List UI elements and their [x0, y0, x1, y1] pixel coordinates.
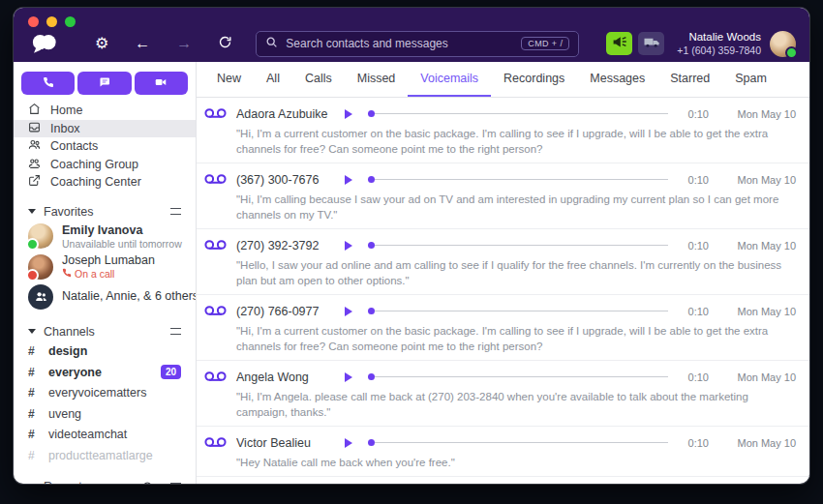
section-menu-icon[interactable]	[170, 483, 181, 484]
playback-progress-bar[interactable]	[368, 439, 668, 446]
collapse-triangle-icon[interactable]	[28, 329, 36, 334]
recent-section-header[interactable]: Recent	[14, 477, 196, 484]
section-title: Favorites	[44, 205, 163, 219]
user-avatar[interactable]	[770, 31, 796, 57]
playhead-dot[interactable]	[368, 439, 375, 446]
voicemail-row[interactable]: (367) 300-7676 0:10 Mon May 10 "Hi, I'm …	[197, 163, 809, 229]
recent-search-icon[interactable]	[142, 481, 154, 484]
play-button[interactable]	[345, 109, 352, 119]
favorites-section-header[interactable]: Favorites	[14, 202, 196, 222]
favorite-contact-row[interactable]: Emily Ivanova Unavailable until tomorrow	[14, 222, 196, 252]
inbox-icon	[28, 121, 41, 136]
back-icon[interactable]: ←	[135, 36, 150, 51]
favorite-contact-row[interactable]: Joseph Lumaban On a call	[14, 252, 196, 282]
playback-progress-bar[interactable]	[368, 308, 668, 314]
user-name: Natalie Woods	[677, 30, 761, 44]
progress-track	[375, 442, 668, 444]
playhead-dot[interactable]	[368, 176, 375, 183]
new-message-button[interactable]	[77, 72, 131, 95]
voicemail-duration: 0:10	[682, 437, 709, 449]
announcements-button[interactable]	[606, 32, 632, 55]
play-button[interactable]	[345, 307, 352, 316]
voicemail-row[interactable]: (270) 100-3820 0:10 Mon May 10 "Hi I wan…	[197, 477, 809, 484]
maximize-window-button[interactable]	[65, 16, 76, 27]
playhead-dot[interactable]	[368, 242, 375, 249]
nav-item-label: Inbox	[50, 122, 80, 135]
progress-track	[375, 179, 668, 181]
playback-progress-bar[interactable]	[368, 373, 668, 380]
play-button[interactable]	[345, 438, 352, 448]
forward-icon[interactable]: →	[176, 36, 192, 51]
user-status-dot	[785, 46, 798, 59]
play-button[interactable]	[345, 241, 352, 251]
playhead-dot[interactable]	[368, 308, 375, 314]
oncall-phone-icon	[62, 268, 72, 281]
inbox-tab[interactable]: All	[254, 62, 292, 97]
sidebar-nav-item[interactable]: Inbox	[14, 120, 196, 138]
hash-icon: #	[28, 386, 38, 400]
channel-row[interactable]: # design	[14, 341, 196, 363]
inbox-tab[interactable]: Missed	[345, 62, 409, 97]
inbox-tab[interactable]: Messages	[577, 62, 657, 97]
channel-name: everyone	[48, 366, 102, 379]
tab-label: New	[217, 72, 241, 85]
collapse-triangle-icon[interactable]	[28, 209, 36, 214]
contacts-icon	[28, 138, 41, 154]
playback-progress-bar[interactable]	[368, 242, 668, 249]
voicemail-row[interactable]: Angela Wong 0:10 Mon May 10 "Hi, I'm Ang…	[197, 361, 809, 427]
user-phone: +1 (604) 359-7840	[677, 44, 761, 58]
voicemail-transcript: "Hi, I'm Angela. please call me back at …	[236, 389, 796, 420]
inbox-tabs: New All Calls Missed Voicemails Recordin…	[197, 62, 809, 98]
settings-gear-icon[interactable]: ⚙	[95, 36, 108, 51]
search-shortcut-badge: CMD + /	[521, 37, 569, 50]
hash-icon: #	[28, 366, 38, 379]
channel-row[interactable]: # productteamatlarge	[14, 445, 196, 466]
app-window: ⚙ ← → Search contacts and messages CMD +…	[14, 8, 809, 484]
new-meeting-button[interactable]	[135, 72, 188, 95]
voicemail-icon	[204, 371, 228, 383]
voicemail-row[interactable]: Victor Bealieu 0:10 Mon May 10 "Hey Nata…	[197, 427, 809, 477]
vehicle-button[interactable]	[638, 32, 664, 55]
sidebar-nav-item[interactable]: Home	[14, 102, 196, 120]
inbox-tab[interactable]: New	[204, 62, 254, 97]
inbox-tab[interactable]: Calls	[292, 62, 345, 97]
inbox-tab[interactable]: Spam	[722, 62, 779, 97]
voicemail-row[interactable]: (270) 392-3792 0:10 Mon May 10 "Hello, I…	[197, 229, 809, 295]
new-call-button[interactable]	[21, 72, 75, 95]
playhead-dot[interactable]	[368, 373, 375, 380]
inbox-tab[interactable]: Voicemails	[408, 62, 491, 97]
voicemail-row[interactable]: Adaora Azubuike 0:10 Mon May 10 "Hi, I'm…	[197, 98, 809, 163]
section-menu-icon[interactable]	[170, 328, 181, 335]
sidebar-nav-item[interactable]: Coaching Center	[14, 173, 196, 192]
playback-progress-bar[interactable]	[368, 110, 668, 117]
channel-row[interactable]: # uveng	[14, 403, 196, 425]
search-input[interactable]: Search contacts and messages CMD + /	[256, 31, 579, 57]
inbox-tab[interactable]: Recordings	[491, 62, 577, 97]
group-people-icon	[34, 289, 48, 304]
favorite-contact-row[interactable]: Natalie, Annie, & 6 others	[14, 282, 196, 311]
sidebar-nav-item[interactable]: Contacts	[14, 137, 196, 156]
caller-name: (270) 392-3792	[236, 239, 339, 252]
sidebar-nav-item[interactable]: Coaching Group	[14, 156, 196, 174]
channel-row[interactable]: # videoteamchat	[14, 425, 196, 446]
titlebar-row: ⚙ ← → Search contacts and messages CMD +…	[29, 30, 796, 57]
voicemail-duration: 0:10	[682, 240, 709, 252]
playback-progress-bar[interactable]	[368, 176, 668, 183]
voicemail-row[interactable]: (270) 766-0977 0:10 Mon May 10 "Hi, I'm …	[197, 295, 809, 361]
channel-row[interactable]: # everyone 20	[14, 362, 196, 383]
close-window-button[interactable]	[28, 16, 39, 27]
channel-row[interactable]: # everyvoicematters	[14, 383, 196, 404]
voicemail-list: Adaora Azubuike 0:10 Mon May 10 "Hi, I'm…	[197, 98, 809, 484]
caller-name: Angela Wong	[236, 371, 339, 384]
refresh-icon[interactable]	[218, 35, 232, 52]
playhead-dot[interactable]	[368, 110, 375, 117]
inbox-tab[interactable]: Starred	[657, 62, 722, 97]
section-menu-icon[interactable]	[170, 208, 181, 215]
tab-label: All	[266, 72, 280, 85]
user-info: Natalie Woods +1 (604) 359-7840	[677, 30, 761, 58]
minimize-window-button[interactable]	[46, 16, 57, 27]
play-button[interactable]	[345, 175, 352, 185]
channels-section-header[interactable]: Channels	[14, 322, 196, 341]
caller-name: Adaora Azubuike	[236, 107, 339, 121]
play-button[interactable]	[345, 372, 352, 382]
